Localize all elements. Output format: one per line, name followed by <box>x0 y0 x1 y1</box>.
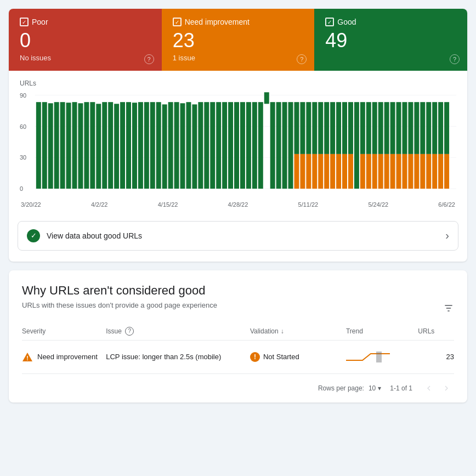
rows-per-page-label: Rows per page: <box>318 384 364 392</box>
svg-rect-31 <box>174 102 179 189</box>
svg-rect-70 <box>348 154 353 188</box>
good-checkbox: ✓ <box>325 18 334 26</box>
poor-checkbox: ✓ <box>20 18 29 26</box>
rows-per-page-select[interactable]: 10 ▾ <box>369 384 381 392</box>
svg-rect-64 <box>330 154 335 188</box>
svg-rect-49 <box>282 102 287 189</box>
bottom-card: Why URLs aren't considered good URLs wit… <box>9 270 467 403</box>
svg-rect-34 <box>192 104 197 189</box>
svg-text:90: 90 <box>20 92 26 98</box>
th-issue: Issue ? <box>106 322 250 341</box>
svg-rect-57 <box>312 102 317 154</box>
svg-rect-15 <box>78 103 83 189</box>
svg-rect-86 <box>402 102 407 154</box>
svg-rect-85 <box>396 154 401 188</box>
table-row: ! Need improvement LCP issue: longer tha… <box>22 340 454 373</box>
issue-help-icon[interactable]: ? <box>125 327 134 336</box>
svg-rect-19 <box>102 102 107 189</box>
svg-rect-73 <box>360 154 365 188</box>
th-validation[interactable]: Validation ↓ <box>250 322 346 341</box>
cell-validation: ! Not Started <box>250 340 346 373</box>
svg-rect-26 <box>144 102 149 189</box>
svg-rect-65 <box>336 102 341 154</box>
poor-issues: No issues <box>20 54 151 62</box>
svg-rect-80 <box>384 102 389 154</box>
cell-urls: 23 <box>418 340 454 373</box>
svg-rect-17 <box>90 102 95 189</box>
svg-rect-45 <box>258 102 263 189</box>
section-header: Why URLs aren't considered good URLs wit… <box>22 284 454 309</box>
severity-badge: ! Need improvement <box>22 352 106 362</box>
rows-per-page: Rows per page: 10 ▾ <box>318 384 381 392</box>
svg-rect-8 <box>36 102 41 189</box>
good-urls-link[interactable]: ✓ View data about good URLs › <box>18 221 458 251</box>
need-improvement-help-icon[interactable]: ? <box>297 54 307 64</box>
filter-icon[interactable] <box>443 303 454 316</box>
good-check-icon: ✓ <box>27 229 40 242</box>
need-improvement-issues: 1 issue <box>173 54 304 62</box>
good-urls-left: ✓ View data about good URLs <box>27 229 142 242</box>
poor-label: Poor <box>32 18 48 26</box>
svg-rect-79 <box>378 154 383 188</box>
svg-rect-84 <box>396 102 401 154</box>
svg-rect-36 <box>204 102 209 189</box>
svg-text:30: 30 <box>20 154 26 161</box>
good-label: Good <box>337 18 356 26</box>
svg-rect-94 <box>426 102 431 154</box>
svg-rect-83 <box>390 154 395 188</box>
issue-text: LCP issue: longer than 2.5s (mobile) <box>106 353 221 361</box>
svg-rect-101 <box>444 154 449 188</box>
svg-rect-75 <box>366 154 371 188</box>
svg-rect-76 <box>372 102 377 154</box>
svg-rect-39 <box>222 102 227 189</box>
svg-rect-18 <box>96 104 101 189</box>
svg-rect-87 <box>402 154 407 188</box>
svg-rect-71 <box>354 102 359 189</box>
svg-rect-30 <box>168 102 173 189</box>
th-urls: URLs <box>418 322 454 341</box>
svg-rect-56 <box>306 154 311 188</box>
prev-page-button <box>421 381 437 396</box>
svg-rect-67 <box>342 102 347 154</box>
svg-rect-9 <box>42 102 47 189</box>
svg-rect-54 <box>300 154 305 188</box>
svg-rect-28 <box>156 102 161 189</box>
svg-rect-52 <box>294 154 299 188</box>
next-page-button <box>439 381 454 396</box>
chart-date-7: 6/6/22 <box>438 201 455 208</box>
svg-rect-24 <box>132 103 137 189</box>
status-need-improvement-header: ✓ Need improvement <box>173 18 304 26</box>
svg-rect-91 <box>414 154 419 188</box>
chart-dates: 3/20/22 4/2/22 4/15/22 4/28/22 5/11/22 5… <box>20 201 456 208</box>
svg-rect-92 <box>420 102 425 154</box>
svg-rect-96 <box>432 102 437 154</box>
validation-sort-icon: ↓ <box>281 327 284 335</box>
pagination-row: Rows per page: 10 ▾ 1-1 of 1 <box>22 374 454 403</box>
svg-rect-13 <box>66 103 71 189</box>
svg-rect-16 <box>84 102 89 189</box>
good-help-icon[interactable]: ? <box>450 54 460 64</box>
svg-rect-95 <box>426 154 431 188</box>
svg-rect-60 <box>318 154 323 188</box>
svg-rect-35 <box>198 102 203 189</box>
svg-rect-69 <box>348 102 353 154</box>
svg-rect-72 <box>360 102 365 154</box>
svg-rect-107 <box>376 352 382 362</box>
need-improvement-checkbox: ✓ <box>173 18 182 26</box>
svg-rect-40 <box>228 102 233 189</box>
svg-rect-41 <box>234 102 239 189</box>
severity-label: Need improvement <box>37 353 98 361</box>
dropdown-arrow-icon: ▾ <box>378 384 381 392</box>
svg-rect-68 <box>342 154 347 188</box>
svg-rect-90 <box>414 102 419 154</box>
chart-y-label: URLs <box>20 80 456 87</box>
svg-rect-53 <box>300 102 305 154</box>
th-severity: Severity <box>22 322 106 341</box>
status-good: ✓ Good 49 ? <box>314 9 467 71</box>
svg-rect-61 <box>324 102 329 154</box>
poor-help-icon[interactable]: ? <box>144 54 154 64</box>
svg-rect-100 <box>444 102 449 154</box>
svg-rect-97 <box>432 154 437 188</box>
svg-rect-46 <box>264 92 269 104</box>
svg-rect-89 <box>408 154 413 188</box>
